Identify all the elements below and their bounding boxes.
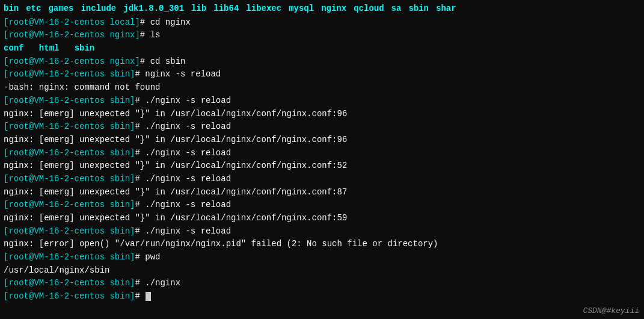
line-6-bash-error: -bash: nginx: command not found (4, 81, 640, 94)
line-9: [root@VM-16-2-centos sbin]# ./nginx -s r… (4, 120, 640, 134)
dir-etc: etc (26, 2, 41, 16)
terminal-cursor (146, 292, 151, 301)
line-5: [root@VM-16-2-centos sbin]# nginx -s rel… (4, 68, 640, 81)
dir-nginx: nginx (321, 2, 346, 16)
line-10-nginx-error-96b: nginx: [emerg] unexpected "}" in /usr/lo… (4, 134, 640, 147)
dir-sa: sa (391, 2, 402, 16)
line-19: [root@VM-16-2-centos sbin]# pwd (4, 251, 640, 264)
watermark: CSDN@#keyiii (583, 306, 639, 315)
line-16-nginx-error-59: nginx: [emerg] unexpected "}" in /usr/lo… (4, 212, 640, 225)
dir-include: include (81, 2, 116, 16)
dir-sbin: sbin (408, 2, 429, 16)
line-12-nginx-error-52: nginx: [emerg] unexpected "}" in /usr/lo… (4, 160, 640, 173)
line-18-nginx-pid-error: nginx: [error] open() "/var/run/nginx/ng… (4, 238, 640, 251)
line-22-prompt[interactable]: [root@VM-16-2-centos sbin]# (4, 290, 640, 303)
line-14-nginx-error-87: nginx: [emerg] unexpected "}" in /usr/lo… (4, 186, 640, 199)
dir-lib: lib (191, 2, 206, 16)
dir-shar: shar (436, 2, 456, 16)
line-2: [root@VM-16-2-centos nginx]# ls (4, 29, 640, 42)
line-17: [root@VM-16-2-centos sbin]# ./nginx -s r… (4, 225, 640, 238)
terminal-output: [root@VM-16-2-centos local]# cd nginx [r… (4, 16, 640, 303)
line-21: [root@VM-16-2-centos sbin]# ./nginx (4, 277, 640, 290)
dir-lib64: lib64 (213, 2, 239, 16)
terminal-window: bin etc games include jdk1.8.0_301 lib l… (0, 0, 644, 319)
line-11: [root@VM-16-2-centos sbin]# ./nginx -s r… (4, 147, 640, 160)
line-15: [root@VM-16-2-centos sbin]# ./nginx -s r… (4, 199, 640, 212)
dir-libexec: libexec (246, 2, 281, 16)
line-4: [root@VM-16-2-centos nginx]# cd sbin (4, 55, 640, 69)
dir-mysql: mysql (289, 2, 314, 16)
line-13: [root@VM-16-2-centos sbin]# ./nginx -s r… (4, 173, 640, 186)
dir-bin: bin (4, 2, 19, 16)
line-8-nginx-error-96a: nginx: [emerg] unexpected "}" in /usr/lo… (4, 108, 640, 121)
line-3-ls-output: conf html sbin (4, 42, 640, 55)
line-1: [root@VM-16-2-centos local]# cd nginx (4, 16, 640, 29)
line-7: [root@VM-16-2-centos sbin]# ./nginx -s r… (4, 94, 640, 108)
line-20-pwd-output: /usr/local/nginx/sbin (4, 264, 640, 277)
dir-qcloud: qcloud (354, 2, 384, 16)
top-directory-bar: bin etc games include jdk1.8.0_301 lib l… (4, 2, 640, 16)
dir-jdk: jdk1.8.0_301 (123, 2, 184, 16)
dir-games: games (48, 2, 73, 16)
